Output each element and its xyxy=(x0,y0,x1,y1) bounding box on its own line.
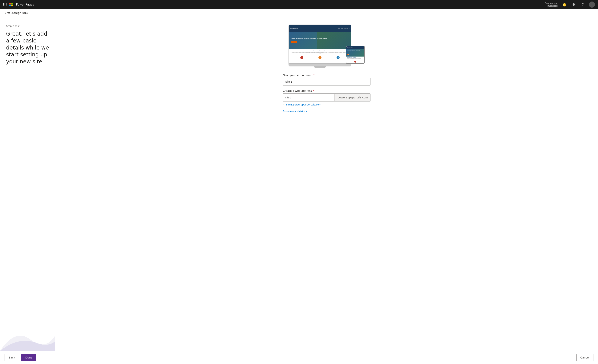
svg-rect-5 xyxy=(6,4,7,5)
sidebar-heading: Great, let's add a few basic details whi… xyxy=(6,31,49,65)
microsoft-logo xyxy=(9,3,13,7)
footer-right: Cancel xyxy=(576,354,593,361)
svg-rect-9 xyxy=(9,3,11,5)
notification-button[interactable]: 🔔 xyxy=(561,1,567,8)
chevron-down-icon: ∨ xyxy=(306,110,307,113)
web-address-input[interactable] xyxy=(283,94,334,101)
app-name: Power Pages xyxy=(16,3,34,6)
site-name-label: Give your site a name * xyxy=(283,74,370,77)
site-preview: Company name Home Pages Contact us ··· xyxy=(289,24,365,68)
sidebar: Step 2 of 2 Great, let's add a few basic… xyxy=(0,17,55,351)
top-navigation: Power Pages Environment Contoso 🔔 ⚙ ? xyxy=(0,0,598,9)
content-area: Company name Home Pages Contact us ··· xyxy=(55,17,598,351)
laptop-mockup: Company name Home Pages Contact us ··· xyxy=(289,24,351,68)
laptop-intro-text: Create a short paragraph that shows your… xyxy=(291,52,349,54)
svg-rect-2 xyxy=(6,3,7,4)
svg-rect-12 xyxy=(11,5,13,6)
svg-rect-3 xyxy=(3,4,4,5)
environment-section: Environment Contoso xyxy=(545,2,558,7)
laptop-screen: Company name Home Pages Contact us ··· xyxy=(289,24,351,64)
topnav-right-section: Environment Contoso 🔔 ⚙ ? xyxy=(545,1,595,8)
site-name-field: Give your site a name * xyxy=(283,74,370,85)
validation-check-icon: ✓ xyxy=(283,103,285,106)
show-more-label: Show more details xyxy=(283,110,305,113)
svg-rect-8 xyxy=(6,6,7,6)
apps-grid-icon[interactable] xyxy=(3,3,7,7)
user-avatar[interactable] xyxy=(589,1,595,8)
site-name-input[interactable] xyxy=(283,78,370,85)
laptop-stand xyxy=(314,66,326,68)
web-address-label: Create a web address * xyxy=(283,89,370,92)
main-layout: Step 2 of 2 Great, let's add a few basic… xyxy=(0,17,598,351)
mobile-screen: Company name Create an engaging headline… xyxy=(346,46,365,64)
done-button[interactable]: Done xyxy=(21,354,36,361)
svg-rect-10 xyxy=(11,3,13,5)
laptop-hero-title: Create an engaging headline, welcome, or… xyxy=(291,38,327,40)
svg-rect-11 xyxy=(9,5,11,6)
back-button[interactable]: Back xyxy=(5,354,19,361)
mobile-number-icon-1: 1 xyxy=(354,61,356,63)
sidebar-decoration xyxy=(0,313,55,351)
environment-value: Contoso xyxy=(548,5,558,7)
laptop-base xyxy=(289,64,351,66)
number-icon-1: 1 xyxy=(300,56,303,59)
validation-url: site1.powerappsportals.com xyxy=(286,103,321,106)
cancel-button[interactable]: Cancel xyxy=(576,354,593,361)
page-title: Site design 001 xyxy=(5,11,28,15)
mobile-mockup: Company name Create an engaging headline… xyxy=(346,46,365,64)
svg-rect-6 xyxy=(3,6,4,6)
page-footer: Back Done Cancel xyxy=(0,351,598,364)
svg-rect-1 xyxy=(5,3,5,4)
validation-row: ✓ site1.powerappsportals.com xyxy=(283,103,370,106)
web-address-suffix: .powerappsportals.com xyxy=(334,94,370,101)
site-name-required: * xyxy=(313,74,315,77)
number-icon-3: 3 xyxy=(337,56,340,59)
site-setup-form: Give your site a name * Create a web add… xyxy=(283,74,370,113)
help-button[interactable]: ? xyxy=(580,1,586,8)
laptop-intro-title: Introduction section xyxy=(291,50,349,52)
laptop-company-name: Company name xyxy=(291,28,298,29)
show-more-details-button[interactable]: Show more details ∨ xyxy=(283,110,307,113)
laptop-numbered-icons: 1 2 3 xyxy=(289,55,351,60)
number-icon-2: 2 xyxy=(318,56,322,59)
web-address-wrapper: .powerappsportals.com xyxy=(283,93,370,101)
svg-rect-7 xyxy=(5,6,5,6)
web-address-field: Create a web address * .powerappsportals… xyxy=(283,89,370,106)
step-indicator: Step 2 of 2 xyxy=(6,24,49,27)
svg-rect-0 xyxy=(3,3,4,4)
environment-label: Environment xyxy=(545,2,558,5)
page-header: Site design 001 xyxy=(0,9,598,17)
web-address-required: * xyxy=(313,89,314,92)
svg-rect-4 xyxy=(5,4,5,5)
settings-button[interactable]: ⚙ xyxy=(571,1,577,8)
